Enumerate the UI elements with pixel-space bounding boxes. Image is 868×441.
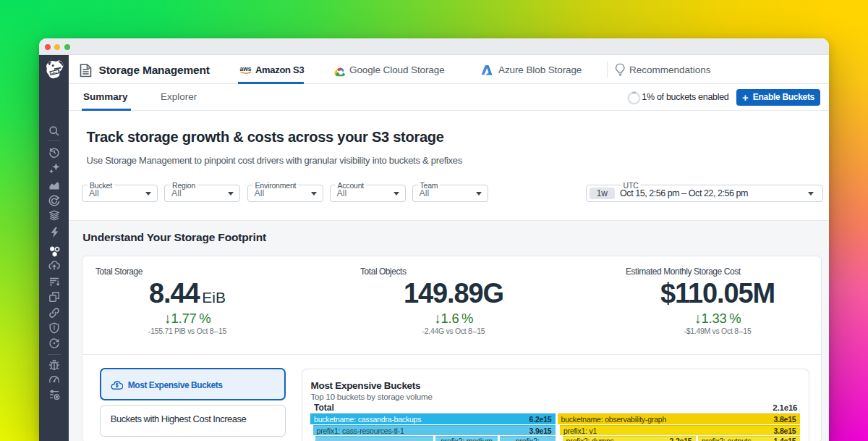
svg-text:aws: aws <box>239 65 251 72</box>
